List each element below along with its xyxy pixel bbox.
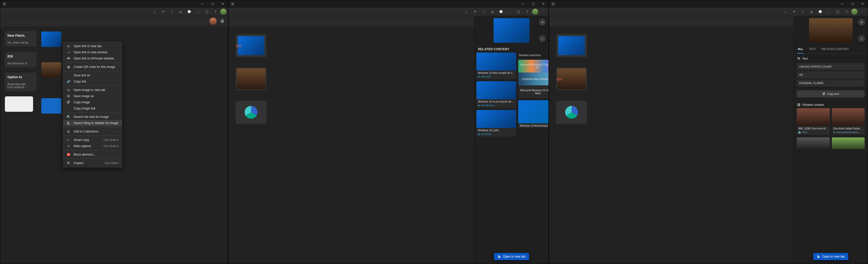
refresh-icon[interactable]: ⟳	[159, 8, 167, 15]
downloads-icon[interactable]: ↓	[194, 8, 202, 15]
ctx-open-link-in-new-tab[interactable]: ⧉Open link in new tab	[63, 43, 122, 49]
ctx-save-image-as[interactable]: 🖫Save image as	[63, 93, 122, 99]
thumbnail-court[interactable]	[236, 67, 267, 91]
tab-text[interactable]: TEXT	[808, 45, 816, 54]
thumbnail-circle[interactable]	[41, 98, 61, 113]
profile-avatar[interactable]	[851, 9, 858, 15]
ctx-search-bing-in-sidebar-for-image[interactable]: ◧Search Bing in sidebar for image	[63, 120, 122, 126]
related-search-chip[interactable]: Microsoft Windows 10 Apps for PC	[518, 60, 549, 72]
edge-profile-dot[interactable]: ●	[2, 2, 6, 6]
ctx-open-image-in-new-tab[interactable]: ⧉Open image in new tab	[63, 87, 122, 93]
thumbnail-news[interactable]	[5, 96, 33, 112]
ctx-create-qr-code-for-this-image[interactable]: ▦Create QR code for this image	[63, 64, 122, 70]
more-icon[interactable]: ⋯	[539, 8, 547, 15]
feed-card-sub: the dismissal of	[7, 62, 27, 65]
share-icon[interactable]: ⇪	[212, 8, 219, 15]
related-card[interactable]	[832, 137, 865, 149]
favorite-icon[interactable]: ☆	[480, 8, 488, 15]
open-in-new-tab-button[interactable]: Open in new tab	[813, 253, 848, 260]
refresh-icon[interactable]: ⟳	[790, 8, 798, 15]
home-icon[interactable]: ⌂	[151, 8, 158, 15]
downloads-icon[interactable]: ↓	[506, 8, 514, 15]
thumbnail-court[interactable]	[41, 62, 61, 78]
ctx-item-label: Search Bing in sidebar for image	[73, 121, 119, 125]
home-icon[interactable]: ⌂	[782, 8, 789, 15]
ctx-open-link-in-inprivate-window[interactable]: 🕶Open link in InPrivate window	[63, 55, 122, 62]
history-icon[interactable]: 🕑	[185, 8, 193, 15]
edge-profile-dot[interactable]: ●	[230, 2, 235, 6]
ctx-copy-image[interactable]: 🗐Copy image	[63, 99, 122, 105]
feed-card[interactable]	[41, 32, 61, 47]
related-card[interactable]: Due Amici Italian Restaura…⊕www.pastaria…	[832, 108, 865, 135]
related-card[interactable]: IMG_0296 | Kun-chia Wu | …⬤Flickr	[797, 108, 830, 135]
close-button[interactable]: ✕	[538, 0, 549, 7]
related-image-card[interactable]: Windows 10: pobi…◉pcworld.pl	[476, 110, 516, 137]
minimize-button[interactable]: —	[518, 0, 528, 7]
close-button[interactable]: ✕	[858, 0, 868, 7]
close-sidebar-button[interactable]: ✕	[858, 19, 865, 26]
profile-avatar[interactable]	[532, 9, 538, 15]
home-icon[interactable]: ⌂	[462, 8, 470, 15]
ctx-smart-copy[interactable]: ✂Smart copyCtrl+Shift+X	[63, 137, 122, 143]
copy-text-button[interactable]: 🗐 Copy text	[797, 90, 865, 97]
related-image-thumb	[476, 110, 516, 128]
tab-all[interactable]: ALL	[797, 45, 804, 54]
related-card[interactable]	[797, 137, 830, 149]
ctx-save-link-as[interactable]: Save link as	[63, 72, 122, 78]
crop-icon[interactable]: ⌖	[539, 35, 546, 42]
extensions-icon[interactable]: ◯	[834, 8, 842, 15]
related-search-chip[interactable]: Computer Apps Windows 10	[518, 72, 549, 85]
collections-icon[interactable]: 🗂	[808, 8, 815, 15]
favorite-icon[interactable]: ☆	[799, 8, 807, 15]
maximize-button[interactable]: ▢	[208, 0, 218, 7]
favorite-icon[interactable]: ☆	[168, 8, 176, 15]
ocr-text-line[interactable]: UNITED STATES COURT	[797, 63, 865, 70]
minimize-button[interactable]: —	[197, 0, 208, 7]
bing-text-sidebar: ✕ ⌖ ALL TEXT RELATED CONTENT Tt Text UNI…	[794, 16, 868, 264]
ctx-copy-image-link[interactable]: Copy image link	[63, 105, 122, 111]
downloads-icon[interactable]: ↓	[825, 8, 833, 15]
share-icon[interactable]: ⇪	[523, 8, 531, 15]
maximize-button[interactable]: ▢	[528, 0, 538, 7]
thumbnail-edge-logo[interactable]	[556, 101, 587, 124]
edge-profile-dot[interactable]: ●	[551, 2, 555, 6]
more-icon[interactable]: ⋯	[859, 8, 866, 15]
ctx-search-the-web-for-image[interactable]: 🔍Search the web for image	[63, 114, 122, 120]
history-icon[interactable]: 🕑	[497, 8, 505, 15]
related-image-card[interactable]: Windows 10 tient compte de v…⊞Microsoft	[476, 53, 516, 79]
thumbnail-edge-logo[interactable]	[236, 101, 267, 124]
ctx-block-element[interactable]: ⛔Block element…	[63, 152, 122, 158]
ctx-item-label: Copy link	[73, 80, 119, 83]
related-search-chip[interactable]: Microsoft Windows 10 Desktop Apps	[518, 85, 549, 98]
ctx-web-capture[interactable]: ⎚Web captureCtrl+Shift+S	[63, 143, 122, 149]
ocr-text-line[interactable]: OF	[797, 71, 865, 78]
refresh-icon[interactable]: ⟳	[471, 8, 479, 15]
tab-related[interactable]: RELATED CONTENT	[821, 45, 849, 54]
chevron-right-icon: ›	[118, 130, 119, 133]
ctx-item-icon: ⎚	[66, 144, 70, 148]
thumbnail-laptop[interactable]	[556, 34, 587, 57]
collections-icon[interactable]: 🗂	[489, 8, 496, 15]
close-button[interactable]: ✕	[218, 0, 228, 7]
bing-icon	[817, 255, 820, 258]
related-image-card[interactable]: Windows 10 Anniversary Upd…	[518, 100, 549, 128]
profile-avatar[interactable]	[220, 9, 226, 15]
minimize-button[interactable]: —	[837, 0, 847, 7]
extensions-icon[interactable]: ◯	[515, 8, 522, 15]
open-in-new-tab-button[interactable]: Open in new tab	[494, 253, 529, 260]
extensions-icon[interactable]: ◯	[203, 8, 211, 15]
history-icon[interactable]: 🕑	[816, 8, 824, 15]
collections-icon[interactable]: 🗂	[177, 8, 184, 15]
related-image-card[interactable]: Windows 10 va se soucier de …◆chinadroid…	[476, 81, 516, 108]
gear-icon[interactable]: ⚙	[220, 19, 224, 24]
user-avatar[interactable]	[210, 18, 217, 25]
maximize-button[interactable]: ▢	[847, 0, 858, 7]
crop-icon[interactable]: ⌖	[858, 35, 865, 42]
ctx-copy-link[interactable]: 🔗Copy link	[63, 78, 122, 85]
ctx-add-to-collections[interactable]: ⊞Add to Collections›	[63, 128, 122, 135]
ocr-text-line[interactable]: FEDERAL CLAIMS	[797, 79, 865, 87]
close-sidebar-button[interactable]: ✕	[539, 19, 546, 26]
ctx-open-link-in-new-window[interactable]: ▭Open link in new window	[63, 49, 122, 55]
share-icon[interactable]: ⇪	[843, 8, 850, 15]
ctx-inspect[interactable]: 🛠InspectCtrl+Shift+I	[63, 160, 122, 166]
